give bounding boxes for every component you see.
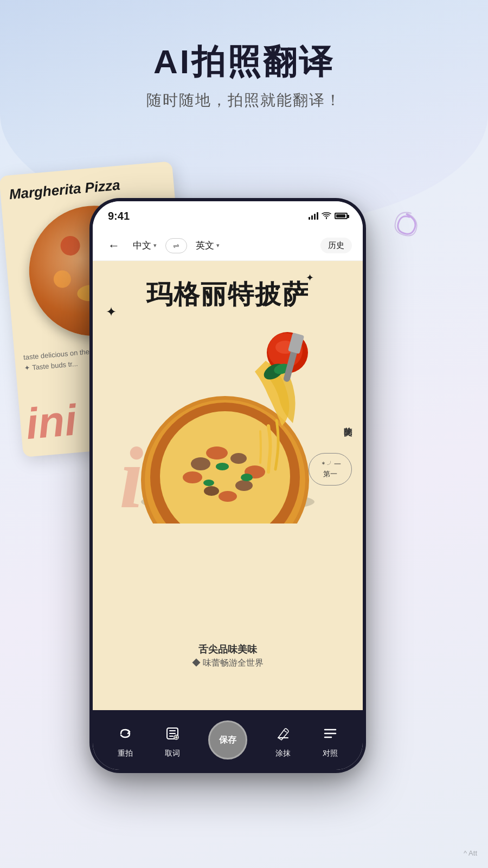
extract-button[interactable]: 取词: [160, 722, 184, 758]
signal-bar-1: [309, 217, 310, 220]
signal-bar-2: [311, 215, 313, 220]
bottom-slogan-1: 舌尖品味美味: [93, 643, 363, 656]
bg-red-letter: ini: [24, 398, 79, 446]
wifi-icon: [322, 212, 331, 221]
battery-icon: [335, 213, 348, 219]
swap-icon: ⇌: [173, 241, 179, 250]
target-lang-arrow: ▾: [216, 242, 220, 249]
battery-fill: [336, 214, 345, 218]
signal-icon: [309, 212, 318, 220]
extract-icon: [160, 722, 184, 745]
status-time: 9:41: [108, 210, 130, 222]
svg-line-37: [284, 730, 287, 732]
svg-point-19: [219, 491, 237, 502]
status-bar: 9:41: [93, 201, 363, 231]
source-lang-arrow: ▾: [153, 242, 157, 249]
compare-label: 对照: [323, 749, 338, 758]
erase-button[interactable]: 涂抹: [271, 722, 295, 758]
sparkle-icon-2: ✦: [306, 272, 314, 284]
source-lang-selector[interactable]: 中文 ▾: [133, 239, 157, 252]
translated-title: 玛格丽特披萨: [136, 261, 320, 317]
compare-button[interactable]: 对照: [318, 722, 342, 758]
pizza-translation-page: ✦ ✦ 玛格丽特披萨 ini: [93, 261, 363, 710]
source-lang-label: 中文: [133, 239, 151, 252]
svg-point-12: [191, 457, 210, 470]
svg-point-14: [204, 486, 219, 496]
bottom-toolbar: 重拍 取词 保存: [93, 710, 363, 770]
extract-label: 取词: [165, 749, 180, 758]
retake-button[interactable]: 重拍: [113, 722, 137, 758]
phone-screen: 9:41: [93, 201, 363, 770]
svg-point-22: [241, 474, 253, 481]
page-subtitle: 随时随地，拍照就能翻译！: [0, 90, 488, 111]
decorative-swirl: [390, 209, 423, 241]
svg-point-13: [235, 480, 253, 491]
svg-point-3: [53, 270, 72, 289]
save-label: 保存: [219, 735, 236, 746]
signal-bar-3: [314, 214, 316, 220]
svg-point-20: [216, 463, 229, 470]
signal-bar-4: [317, 212, 318, 220]
svg-point-15: [230, 453, 247, 464]
phone-mockup: 9:41: [89, 198, 366, 773]
compare-icon: [318, 722, 342, 745]
back-button[interactable]: ←: [104, 237, 124, 255]
status-icons: [309, 212, 348, 221]
target-lang-selector[interactable]: 英文 ▾: [196, 239, 220, 252]
save-btn-circle: 保存: [208, 720, 247, 760]
svg-point-16: [206, 446, 228, 459]
watermark: ^ Att: [464, 849, 477, 857]
bottom-slogan-2: ◆ 味蕾畅游全世界: [93, 658, 363, 669]
pizza-illustration: ini: [114, 317, 342, 524]
retake-icon: [113, 722, 137, 745]
translation-nav: ← 中文 ▾ ⇌ 英文 ▾ 历史: [93, 231, 363, 261]
page-title: AI拍照翻译: [0, 43, 488, 80]
svg-point-17: [183, 471, 202, 483]
retake-label: 重拍: [118, 749, 133, 758]
pizza-image-area: ini: [93, 317, 363, 524]
erase-label: 涂抹: [275, 749, 291, 758]
svg-point-21: [203, 480, 214, 486]
translation-content: ✦ ✦ 玛格丽特披萨 ini: [93, 261, 363, 710]
rating-badge: ＊╯一 第一: [309, 453, 352, 486]
target-lang-label: 英文: [196, 239, 214, 252]
history-button[interactable]: 历史: [320, 238, 352, 253]
svg-point-1: [60, 235, 81, 256]
header: AI拍照翻译 随时随地，拍照就能翻译！: [0, 0, 488, 111]
swap-lang-button[interactable]: ⇌: [165, 238, 187, 253]
erase-icon: [271, 722, 295, 745]
save-button[interactable]: 保存: [208, 720, 247, 760]
